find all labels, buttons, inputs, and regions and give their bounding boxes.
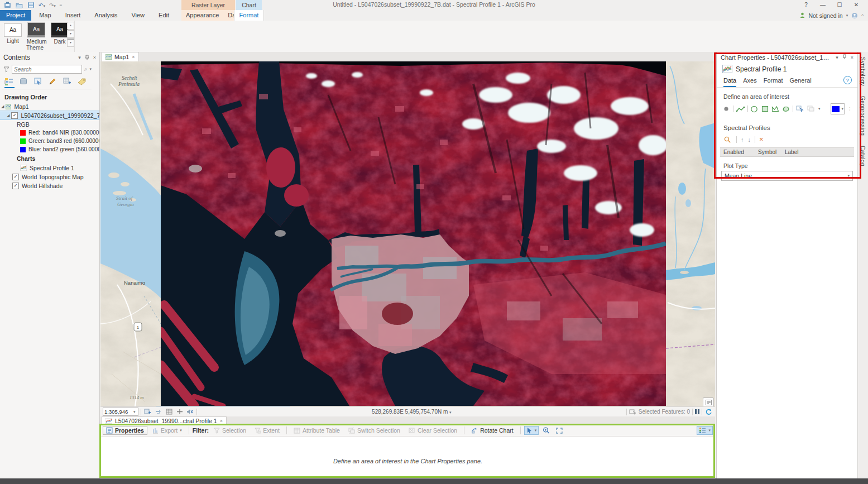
aoi-select-features-tool[interactable]	[796, 104, 804, 114]
tree-item-map1[interactable]: ◢ Map1	[0, 102, 99, 111]
cp-tab-general[interactable]: General	[790, 77, 812, 87]
layer-checkbox[interactable]: ✓	[12, 183, 19, 189]
cp-tab-format[interactable]: Format	[764, 77, 783, 87]
list-by-data-source-icon[interactable]	[17, 76, 30, 87]
col-enabled[interactable]: Enabled	[720, 149, 758, 155]
col-symbol[interactable]: Symbol	[758, 149, 785, 155]
aoi-point-tool[interactable]	[722, 104, 730, 114]
refresh-icon[interactable]	[704, 408, 713, 416]
filter-icon[interactable]	[3, 66, 9, 73]
clear-selection-button[interactable]: Clear Selection	[405, 426, 461, 435]
layer-checkbox[interactable]: ✓	[11, 112, 18, 119]
collapse-ribbon-icon[interactable]: ^	[861, 13, 864, 18]
rotate-chart-button[interactable]: Rotate Chart	[468, 426, 517, 435]
crosshair-icon[interactable]	[175, 408, 184, 416]
list-by-drawing-order-icon[interactable]	[2, 76, 16, 87]
dock-tab-geoprocessing[interactable]: Geoprocessing	[858, 91, 866, 141]
tab-view[interactable]: View	[125, 10, 151, 21]
chart-zoom-tool[interactable]	[540, 426, 552, 435]
signin-dropdown-icon[interactable]: ▾	[846, 13, 848, 18]
tree-item-raster-layer[interactable]: ◢ ✓ L5047026subset_19990922_7B.dat	[0, 111, 99, 120]
tab-map[interactable]: Map	[33, 10, 57, 21]
search-dropdown-icon[interactable]: ▾	[90, 67, 92, 71]
tree-item-spectral-profile[interactable]: Spectral Profile 1	[0, 163, 99, 172]
aoi-lasso-tool[interactable]	[782, 104, 790, 114]
filter-by-extent-button[interactable]: Extent	[251, 426, 283, 435]
help-button[interactable]: ?	[798, 0, 814, 9]
sync-views-icon[interactable]	[154, 408, 162, 416]
tab-edit[interactable]: Edit	[152, 10, 175, 21]
tab-analysis[interactable]: Analysis	[88, 10, 123, 21]
profiles-search-icon[interactable]	[722, 135, 732, 145]
chart-export-button[interactable]: Export ▾	[149, 426, 185, 435]
tab-project[interactable]: Project	[0, 10, 31, 21]
tab-insert[interactable]: Insert	[59, 10, 87, 21]
signin-label[interactable]: Not signed in	[808, 12, 842, 19]
aoi-line-tool[interactable]	[736, 104, 745, 114]
close-button[interactable]: ✕	[848, 0, 865, 9]
map-canvas[interactable]: Sechelt Peninsula Strait of Georgia Nana…	[100, 61, 715, 406]
tree-item-world-topographic[interactable]: ✓ World Topographic Map	[0, 172, 99, 181]
plot-type-dropdown[interactable]: Mean Line ▾	[721, 171, 853, 181]
profiles-move-up-icon[interactable]: ↑	[741, 136, 744, 143]
cp-tab-data[interactable]: Data	[723, 77, 736, 87]
panel-dropdown-icon[interactable]: ▾	[836, 55, 838, 60]
dock-tab-catalog[interactable]: Catalog	[858, 141, 866, 171]
map-scale-combobox[interactable]: ▾	[103, 408, 138, 416]
profiles-move-down-icon[interactable]: ↓	[748, 136, 751, 143]
help-icon[interactable]: ?	[843, 76, 852, 84]
aoi-ellipse-tool[interactable]	[750, 104, 758, 114]
aoi-overflow-icon[interactable]: ⋮	[847, 107, 852, 112]
map-scale-input[interactable]	[103, 409, 133, 415]
gallery-up-icon[interactable]: ▴	[67, 22, 74, 30]
list-by-snapping-icon[interactable]	[60, 76, 74, 87]
tab-format[interactable]: Format	[234, 10, 265, 21]
contents-close-icon[interactable]: ×	[93, 55, 96, 60]
new-bookmark-icon[interactable]	[143, 408, 152, 416]
layer-checkbox[interactable]: ✓	[12, 174, 19, 180]
chart-select-tool[interactable]: ▾	[524, 426, 539, 435]
switch-selection-button[interactable]: Switch Selection	[345, 426, 404, 435]
chart-full-extent-tool[interactable]	[554, 427, 565, 435]
col-label[interactable]: Label	[785, 149, 854, 155]
minimize-button[interactable]: —	[814, 0, 831, 9]
aoi-select-dropdown-icon[interactable]: ▾	[818, 107, 821, 111]
search-input[interactable]	[12, 65, 82, 74]
panel-close-icon[interactable]: ×	[851, 55, 853, 60]
tab-appearance[interactable]: Appearance	[181, 10, 223, 21]
coordinates-readout[interactable]: 528,269.83E 5,495,754.70N m ▾	[199, 409, 624, 415]
list-by-selection-icon[interactable]	[31, 76, 45, 87]
tree-item-world-hillshade[interactable]: ✓ World Hillshade	[0, 181, 99, 190]
chart-legend-button[interactable]: ▾	[697, 426, 713, 435]
chart-properties-button[interactable]: Properties	[103, 426, 147, 435]
aoi-select-layer-tool[interactable]	[807, 104, 816, 114]
attribute-table-button[interactable]: Attribute Table	[290, 426, 343, 435]
expand-icon[interactable]: ◢	[7, 113, 9, 118]
cp-tab-axes[interactable]: Axes	[743, 77, 756, 87]
aoi-rectangle-tool[interactable]	[761, 104, 769, 114]
aoi-color-picker[interactable]: ▾	[831, 103, 845, 114]
profiles-delete-icon[interactable]: ×	[759, 137, 764, 142]
grid-icon[interactable]	[165, 408, 173, 416]
list-by-editing-icon[interactable]	[46, 76, 59, 87]
close-tab-icon[interactable]: ×	[220, 418, 223, 424]
dock-tab-symbology[interactable]: Symbology	[858, 52, 866, 91]
expand-icon[interactable]: ◢	[1, 104, 4, 109]
notifications-icon[interactable]	[851, 12, 858, 19]
pause-drawing-icon[interactable]	[695, 409, 699, 414]
list-by-labeling-icon[interactable]	[75, 76, 88, 87]
theme-light-button[interactable]: Aa Light	[3, 23, 22, 44]
theme-dark-button[interactable]: Aa Dark	[50, 22, 69, 45]
filter-by-selection-button[interactable]: Selection	[210, 426, 250, 435]
close-tab-icon[interactable]: ×	[132, 54, 135, 60]
mute-icon[interactable]	[186, 408, 194, 416]
map-view-tab[interactable]: Map1 ×	[102, 52, 139, 61]
chart-view-tab[interactable]: L5047026subset_19990...ctral Profile 1 ×	[102, 416, 227, 425]
coordinates-dropdown-icon[interactable]: ▾	[449, 410, 452, 414]
scale-dropdown-icon[interactable]: ▾	[133, 410, 136, 414]
gallery-down-icon[interactable]: ▾	[67, 30, 74, 38]
panel-pin-icon[interactable]	[842, 54, 847, 60]
aoi-polygon-tool[interactable]	[771, 104, 779, 114]
selected-features-indicator[interactable]: Selected Features: 0	[629, 409, 690, 415]
contents-dropdown-icon[interactable]: ▾	[78, 55, 81, 60]
